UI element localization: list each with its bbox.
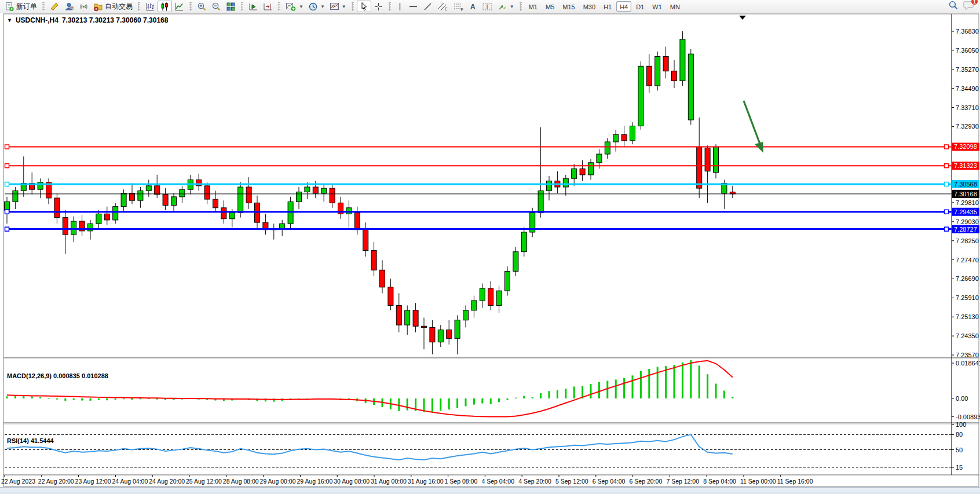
- macd-hist-bar: [715, 383, 717, 398]
- zoom-in-button[interactable]: [195, 1, 209, 12]
- zoom-out-icon: [211, 2, 221, 12]
- chart-shift-button[interactable]: [261, 1, 275, 12]
- candle: [363, 230, 368, 251]
- arrows-icon: [498, 2, 507, 12]
- timeframe-h1-button[interactable]: H1: [600, 1, 615, 12]
- candle: [572, 169, 577, 178]
- time-axis-label: 28 Aug 08:00: [223, 478, 259, 485]
- fibonacci-tool-button[interactable]: F: [451, 1, 466, 12]
- signal-icon: [79, 2, 89, 12]
- timeframe-group: M1M5M15M30H1H4D1W1MN: [524, 0, 685, 13]
- candle: [471, 301, 477, 310]
- candle: [204, 186, 210, 199]
- candle: [380, 270, 385, 287]
- templates-button[interactable]: ▼: [327, 1, 349, 12]
- candlestick-chart-button[interactable]: [158, 1, 172, 12]
- chat-button[interactable]: 1: [963, 0, 974, 13]
- candle: [305, 187, 310, 192]
- timeframe-h4-button[interactable]: H4: [616, 1, 631, 12]
- timeframe-m15-button[interactable]: M15: [559, 1, 578, 12]
- timeframe-d1-button[interactable]: D1: [632, 1, 648, 12]
- label-tool-button[interactable]: T: [480, 1, 495, 12]
- symbol-period-label: USDCNH-,H4: [16, 16, 58, 24]
- macd-hist-bar: [465, 398, 467, 406]
- auto-scroll-button[interactable]: [246, 1, 261, 12]
- time-axis-label: 22 Aug 2023: [1, 478, 35, 485]
- macd-hist-bar: [573, 386, 575, 398]
- crosshair-tool-button[interactable]: [371, 1, 386, 12]
- timeframe-m5-button[interactable]: M5: [542, 1, 558, 12]
- candle: [54, 198, 60, 218]
- mt4-window: 新订单 自动交易: [0, 0, 980, 494]
- timeframe-mn-button[interactable]: MN: [667, 1, 683, 12]
- time-axis-label: 7 Sep 12:00: [666, 478, 699, 485]
- line-handle: [945, 182, 949, 186]
- chevron-down-icon: ▼: [510, 4, 514, 9]
- profile-button[interactable]: [62, 1, 76, 12]
- candle: [371, 251, 376, 270]
- time-axis-label: 11 Sep 16:00: [777, 478, 813, 485]
- tile-windows-button[interactable]: [224, 1, 238, 12]
- trendline-tool-button[interactable]: [420, 1, 435, 12]
- candle: [213, 199, 218, 208]
- bar-chart-button[interactable]: [143, 1, 158, 12]
- auto-trading-button[interactable]: 自动交易: [91, 1, 135, 12]
- candle: [330, 188, 335, 203]
- rsi-axis-label: 50: [956, 447, 963, 453]
- macd-hist-bar: [131, 398, 133, 400]
- candle: [405, 310, 410, 325]
- indicators-button[interactable]: ▼: [283, 1, 306, 12]
- line-handle: [945, 227, 949, 231]
- new-order-button[interactable]: 新订单: [2, 1, 39, 12]
- line-handle: [945, 164, 949, 168]
- price-line-badge-label: 7.28727: [954, 226, 977, 233]
- collapse-panel-icon[interactable]: ▼: [7, 17, 12, 23]
- time-axis-label: 31 Aug 16:00: [408, 478, 444, 485]
- cursor-tool-button[interactable]: [357, 1, 371, 12]
- toolbar-grip: [42, 2, 45, 11]
- candle: [221, 208, 226, 219]
- chart-shift-icon: [263, 2, 273, 12]
- periods-button[interactable]: ▼: [306, 1, 327, 12]
- chart-canvas[interactable]: 7.368307.360507.352707.344907.337107.329…: [0, 13, 980, 488]
- trendline-icon: [423, 2, 433, 12]
- timeframe-m1-button[interactable]: M1: [525, 1, 541, 12]
- candle: [488, 288, 493, 306]
- price-tick-label: 7.35270: [956, 66, 979, 73]
- candle: [5, 202, 10, 210]
- zoom-out-button[interactable]: [209, 1, 224, 12]
- horizontal-line-tool-button[interactable]: [406, 1, 420, 12]
- arrows-tool-button[interactable]: ▼: [495, 1, 517, 12]
- crosshair-icon: [374, 2, 383, 12]
- macd-hist-bar: [115, 398, 116, 400]
- search-icon[interactable]: [948, 0, 959, 13]
- toolbar-grip: [520, 2, 522, 11]
- quotes-button[interactable]: [47, 1, 62, 12]
- text-a-icon: A: [469, 2, 477, 12]
- time-axis-label: 11 Sep 00:00: [740, 478, 776, 485]
- candle: [280, 224, 285, 228]
- chart-area[interactable]: 7.368307.360507.352707.344907.337107.329…: [0, 13, 980, 488]
- timeframe-m30-button[interactable]: M30: [580, 1, 599, 12]
- candle: [422, 326, 427, 327]
- macd-axis-label: 0.00: [956, 395, 968, 402]
- auto-trading-icon: [93, 2, 103, 12]
- macd-hist-bar: [407, 398, 408, 411]
- line-chart-button[interactable]: [172, 1, 187, 12]
- vertical-line-tool-button[interactable]: [394, 1, 406, 12]
- candle: [238, 187, 243, 213]
- line-handle: [945, 210, 949, 214]
- price-tick-label: 7.25910: [956, 294, 979, 301]
- equidistant-channel-icon: E: [437, 2, 448, 12]
- fibonacci-icon: F: [453, 2, 464, 12]
- time-axis-label: 22 Aug 20:00: [38, 478, 74, 485]
- signal-button[interactable]: [76, 1, 91, 12]
- vertical-line-icon: [396, 2, 404, 12]
- timeframe-w1-button[interactable]: W1: [649, 1, 665, 12]
- candle: [513, 252, 518, 272]
- notification-badge: 1: [971, 0, 978, 5]
- channel-tool-button[interactable]: E: [435, 1, 451, 12]
- macd-hist-bar: [140, 398, 141, 399]
- text-tool-button[interactable]: A: [466, 1, 480, 12]
- macd-hist-bar: [648, 369, 650, 398]
